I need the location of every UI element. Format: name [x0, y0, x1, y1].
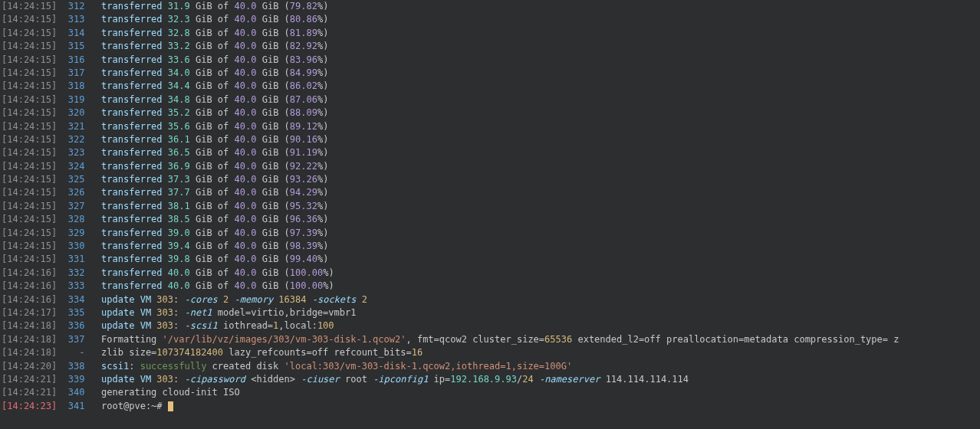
bytes-total: 40.0 — [235, 214, 257, 224]
log-line: [14:24:15] 315 transferred 33.2 GiB of 4… — [2, 40, 978, 53]
timestamp: [14:24:15] — [2, 161, 57, 172]
percent: 92.22 — [290, 161, 317, 172]
log-line: [14:24:15] 318 transferred 34.4 GiB of 4… — [2, 80, 978, 93]
timestamp: [14:24:15] — [2, 241, 57, 251]
sockets-value: 2 — [362, 294, 367, 305]
line-number: 335 — [68, 307, 85, 318]
bytes-total: 40.0 — [235, 187, 257, 198]
update-vm-label: update VM — [101, 307, 156, 318]
timestamp: [14:24:18] — [2, 347, 57, 358]
update-vm-label: update VM — [101, 320, 156, 331]
percent: 88.09 — [290, 107, 317, 118]
transferred-label: transferred — [101, 121, 162, 132]
transferred-label: transferred — [101, 161, 162, 172]
bytes-done: 37.7 — [168, 187, 190, 198]
bytes-total: 40.0 — [235, 174, 257, 185]
transferred-label: transferred — [101, 214, 162, 224]
transferred-label: transferred — [101, 201, 162, 211]
timestamp: [14:24:16] — [2, 267, 57, 278]
log-line: [14:24:15] 313 transferred 32.3 GiB of 4… — [2, 13, 978, 26]
line-number: 337 — [68, 334, 85, 345]
percent: 90.16 — [290, 134, 317, 145]
line-number: 313 — [68, 14, 85, 25]
percent: 95.32 — [290, 201, 317, 211]
bytes-done: 32.8 — [168, 28, 190, 38]
transferred-label: transferred — [101, 1, 162, 11]
vm-id: 303 — [156, 320, 173, 331]
bytes-total: 40.0 — [235, 134, 257, 145]
nameserver-value: 114.114.114.114 — [600, 374, 689, 385]
disk-path: '/var/lib/vz/images/303/vm-303-disk-1.qc… — [163, 334, 406, 345]
bytes-total: 40.0 — [235, 267, 257, 278]
log-line: [14:24:15] 328 transferred 38.5 GiB of 4… — [2, 213, 978, 226]
terminal-output[interactable]: [14:24:15] 312 transferred 31.9 GiB of 4… — [0, 0, 980, 413]
timestamp: [14:24:17] — [2, 307, 57, 318]
percent: 100.00 — [290, 267, 323, 278]
cursor-icon[interactable] — [168, 401, 173, 411]
percent: 86.02 — [290, 80, 317, 91]
bytes-total: 40.0 — [235, 161, 257, 172]
bytes-total: 40.0 — [235, 1, 257, 11]
bytes-done: 31.9 — [168, 1, 190, 11]
zlib-size: 107374182400 — [156, 347, 223, 358]
log-line: [14:24:15] 327 transferred 38.1 GiB of 4… — [2, 200, 978, 213]
line-number: 340 — [68, 387, 85, 398]
percent: 100.00 — [290, 280, 323, 291]
bytes-total: 40.0 — [235, 28, 257, 38]
timestamp: [14:24:15] — [2, 214, 57, 224]
timestamp: [14:24:15] — [2, 201, 57, 211]
line-number: 329 — [68, 228, 85, 238]
percent: 82.92 — [290, 41, 317, 51]
line-number: 338 — [68, 361, 85, 372]
line-number: 339 — [68, 374, 85, 385]
vm-id: 303 — [156, 307, 173, 318]
line-number: 321 — [68, 121, 85, 132]
transferred-label: transferred — [101, 94, 162, 105]
line-number: 319 — [68, 94, 85, 105]
bytes-done: 34.8 — [168, 94, 190, 105]
line-number: 325 — [68, 174, 85, 185]
cipassword-hidden: <hidden> — [245, 374, 301, 385]
transferred-label: transferred — [101, 174, 162, 185]
opt-net1: -net1 — [184, 307, 212, 318]
bytes-done: 32.3 — [168, 14, 190, 25]
log-line: [14:24:15] 312 transferred 31.9 GiB of 4… — [2, 0, 978, 13]
transferred-label: transferred — [101, 54, 162, 65]
line-number: 336 — [68, 320, 85, 331]
line-number: 327 — [68, 201, 85, 211]
timestamp: [14:24:15] — [2, 147, 57, 158]
line-number: 323 — [68, 147, 85, 158]
log-line: [14:24:15] 321 transferred 35.6 GiB of 4… — [2, 120, 978, 133]
percent: 81.89 — [290, 28, 317, 38]
log-line: [14:24:15] 322 transferred 36.1 GiB of 4… — [2, 133, 978, 146]
bytes-total: 40.0 — [235, 254, 257, 264]
line-number: 332 — [68, 267, 85, 278]
timestamp: [14:24:15] — [2, 54, 57, 65]
bytes-total: 40.0 — [235, 14, 257, 25]
timestamp: [14:24:15] — [2, 80, 57, 91]
transferred-label: transferred — [101, 241, 162, 251]
line-number: 316 — [68, 54, 85, 65]
timestamp: [14:24:15] — [2, 134, 57, 145]
timestamp: [14:24:15] — [2, 187, 57, 198]
opt-cores: -cores — [184, 294, 217, 305]
timestamp: [14:24:15] — [2, 254, 57, 264]
bytes-done: 36.5 — [168, 147, 190, 158]
vm-id: 303 — [156, 374, 173, 385]
bytes-done: 33.2 — [168, 41, 190, 51]
bytes-total: 40.0 — [235, 228, 257, 238]
bytes-total: 40.0 — [235, 107, 257, 118]
line-number: - — [68, 347, 85, 358]
line-number: 341 — [68, 401, 85, 411]
percent: 89.12 — [290, 121, 317, 132]
line-number: 334 — [68, 294, 85, 305]
timestamp: [14:24:16] — [2, 294, 57, 305]
timestamp: [14:24:15] — [2, 28, 57, 38]
bytes-total: 40.0 — [235, 54, 257, 65]
bytes-done: 40.0 — [168, 267, 190, 278]
timestamp: [14:24:20] — [2, 361, 57, 372]
update-vm-label: update VM — [101, 374, 156, 385]
timestamp: [14:24:21] — [2, 387, 57, 398]
bytes-total: 40.0 — [235, 67, 257, 78]
transferred-label: transferred — [101, 134, 162, 145]
